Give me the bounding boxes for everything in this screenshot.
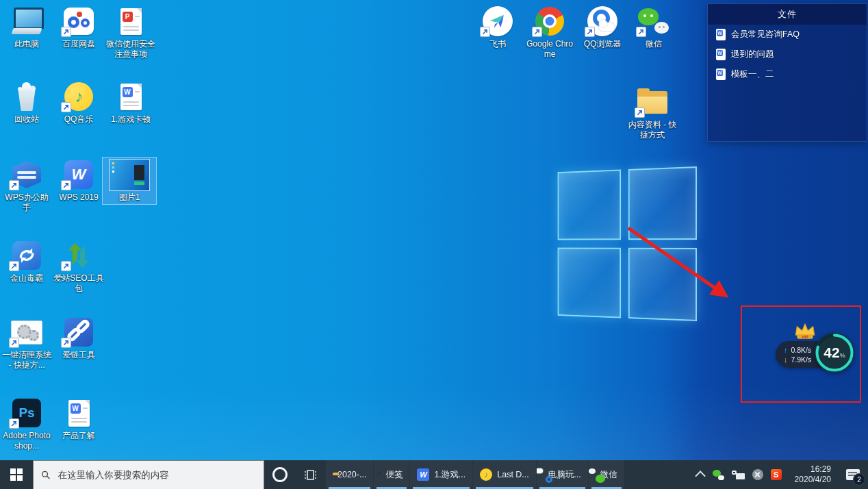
doc-icon: W [716,29,726,40]
docp-icon: P [110,5,151,37]
windows-start-icon [10,468,23,481]
start-button[interactable] [0,460,33,489]
desktop-icon-chrome[interactable]: Google Chrome [524,4,575,61]
taskbar-app-sticky-notes[interactable]: 便笺 [374,460,409,489]
desktop-icon-label: 产品了解 [62,431,95,441]
taskbar-app-qq-browser[interactable]: 电脑玩... [537,460,588,489]
desktop-icon-label: 1.游戏卡顿 [111,114,151,125]
desktop-icon-label: 回收站 [14,114,39,125]
taskbar-app-wechat[interactable]: 微信 [589,460,624,489]
file-panel-item-label: 会员常见咨询FAQ [731,29,800,40]
action-center-button[interactable]: 2 [838,460,868,489]
file-panel-item[interactable]: W会员常见咨询FAQ [708,25,867,45]
usage-percent-value: 42 [824,344,839,361]
desktop-icon-game-doc[interactable]: W1.游戏卡顿 [105,79,156,126]
desktop-icon-recycle[interactable]: 回收站 [1,79,52,126]
desktop-icon-label: 爱链工具 [62,350,95,360]
usage-percent-unit: % [840,352,845,359]
shortcut-arrow-icon [9,338,19,348]
shortcut-arrow-icon [61,102,71,112]
desktop-icon-product[interactable]: W产品了解 [53,396,104,442]
taskbar-app-label: 电脑玩... [548,469,581,481]
speed-widget[interactable]: VIP ↑ 0.8K/s ↓ 7.9K/s 42 % [776,322,856,375]
shortcut-arrow-icon [61,261,71,271]
desktop-icon-label: 爱站SEO工具包 [53,273,104,294]
desktop-icon-pc[interactable]: 此电脑 [1,4,52,51]
desktop-icon-feishu[interactable]: 飞书 [472,4,523,51]
kingsoft-icon [6,240,47,271]
close-icon[interactable] [752,469,763,480]
desktop-icon-qqbrowser[interactable]: QQ浏览器 [577,4,628,51]
pc-icon [6,5,47,37]
desktop-icon-label: QQ浏览器 [584,39,622,49]
taskbar-app-qq-music[interactable]: ♪Last D... [473,460,536,489]
wps-icon: W [58,159,99,190]
desktop-icon-label: Adobe Photoshop... [1,431,52,451]
desktop-icon-chain[interactable]: 爱链工具 [53,315,104,362]
shortcut-arrow-icon [585,27,595,37]
desktop-icon-label: 飞书 [489,39,506,49]
vip-crown-icon: VIP [793,322,817,341]
ps-icon: Ps [6,397,47,429]
desktop-icon-baidupan[interactable]: 百度网盘 [53,4,104,51]
chevron-up-icon[interactable] [698,471,705,479]
upload-arrow-icon: ↑ [784,346,788,354]
desktop-icon-content-folder[interactable]: 内容资料 - 快捷方式 [627,85,678,142]
desktop-icon-label: WPS 2019 [59,192,98,203]
taskbar-app-folder-2020[interactable]: 2020-... [326,460,373,489]
wallpaper-light-beam [0,385,868,460]
search-icon [41,470,51,480]
desktop-icon-seo[interactable]: 爱站SEO工具包 [53,238,104,295]
shortcut-arrow-icon [636,27,646,37]
memory-usage-ball[interactable]: 42 % [815,333,854,373]
desktop: 此电脑回收站WPS办公助手金山毒霸一键清理系统 - 快捷方...PsAdobe … [0,0,868,489]
desktop-icon-label: WPS办公助手 [1,192,52,213]
taskbar-app-wps-doc[interactable]: W1.游戏... [410,460,472,489]
desktop-icon-label: 百度网盘 [62,39,95,49]
desktop-icon-wechat-app[interactable]: 微信 [628,4,679,51]
desktop-icon-photoshop[interactable]: PsAdobe Photoshop... [1,396,52,453]
qqmusic-icon: ♪ [58,81,99,112]
desktop-icon-cleaner[interactable]: 一键清理系统 - 快捷方... [1,315,52,372]
shortcut-arrow-icon [9,261,19,271]
desktop-icon-wps2019[interactable]: WWPS 2019 [53,158,104,204]
system-tray: S [691,460,788,489]
desktop-icon-label: 一键清理系统 - 快捷方... [1,350,52,371]
desktop-icon-wps-helper[interactable]: WPS办公助手 [1,158,52,214]
folder-icon [632,86,673,118]
cortana-button[interactable] [264,460,295,489]
file-panel-item-label: 模板一、二 [731,68,774,80]
desktop-icon-label: 金山毒霸 [10,273,43,284]
download-arrow-icon: ↓ [784,355,788,364]
windows-logo-pane [558,169,621,240]
wpsbox-icon [6,159,47,190]
docw-icon: W [110,81,151,112]
docw-icon: W [58,397,99,429]
chain-icon [58,316,99,348]
power-icon[interactable] [732,471,745,479]
file-panel-item-label: 遇到的问题 [731,49,774,60]
desktop-icon-wechat-notes[interactable]: P微信使用安全注意事项 [105,4,156,61]
file-panel-item[interactable]: W模板一、二 [708,64,867,84]
doc-icon: W [716,49,726,60]
windows-logo-pane [558,248,621,318]
desktop-icon-label: 微信 [646,39,662,49]
task-view-button[interactable] [295,460,326,489]
taskbar-app-label: 1.游戏... [434,469,465,481]
wps-icon: W [417,468,429,481]
file-panel-item[interactable]: W遇到的问题 [708,45,867,64]
file-panel-title: 文件 [708,4,867,25]
taskbar-clock[interactable]: 16:29 2020/4/20 [788,460,838,489]
desktop-icon-qqmusic[interactable]: ♪QQ音乐 [53,79,104,126]
shortcut-arrow-icon [61,338,71,348]
taskbar-app-label: 2020-... [337,470,366,479]
qqbrowser-icon [582,5,623,37]
taskbar-search[interactable] [33,460,264,489]
desktop-icon-picture1[interactable]: 图片1 [103,158,156,204]
desktop-icon-kingsoft[interactable]: 金山毒霸 [1,238,52,285]
taskbar: 2020-...便笺W1.游戏...♪Last D...电脑玩...微信 S 1… [0,460,868,489]
windows-logo-pane [628,166,697,240]
wechat-icon[interactable] [713,470,724,480]
sogou-icon[interactable]: S [771,469,782,480]
search-input[interactable] [57,469,256,481]
